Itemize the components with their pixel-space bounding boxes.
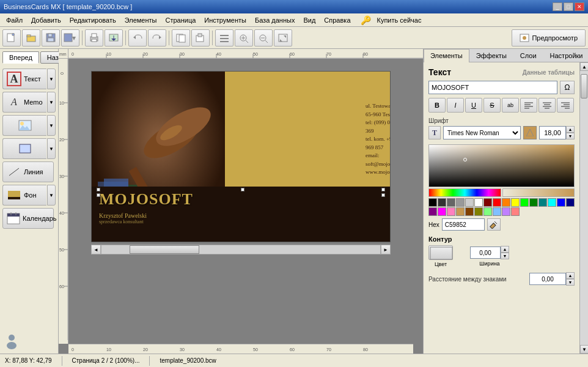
- tb-new[interactable]: [2, 29, 21, 46]
- handle-br[interactable]: [381, 193, 385, 197]
- handle-tl[interactable]: [97, 188, 100, 191]
- swatch-darkgray[interactable]: [438, 198, 446, 207]
- font-select[interactable]: Times New Roman Arial Verdana: [443, 126, 521, 139]
- color-gradient[interactable]: [428, 144, 575, 187]
- hex-input[interactable]: [442, 218, 485, 231]
- tb-save[interactable]: [42, 29, 60, 46]
- alpha-strip[interactable]: [502, 188, 575, 197]
- menu-tools[interactable]: Инструменты: [200, 15, 250, 25]
- strikethrough-button[interactable]: S: [483, 98, 501, 113]
- tab-layers[interactable]: Слои: [513, 49, 543, 62]
- font-size-input[interactable]: [539, 126, 566, 139]
- tab-effects[interactable]: Эффекты: [469, 49, 513, 62]
- swatch-silver[interactable]: [465, 198, 474, 207]
- align-right-button[interactable]: [557, 98, 574, 113]
- hscroll-track[interactable]: [101, 245, 381, 254]
- bold-button[interactable]: B: [428, 98, 446, 113]
- tb-more[interactable]: [61, 29, 79, 46]
- panel-scroll-up[interactable]: ▲: [580, 62, 588, 71]
- font-size-down[interactable]: ▼: [566, 133, 575, 139]
- swatch-lavender[interactable]: [502, 207, 510, 216]
- menu-add[interactable]: Добавить: [28, 15, 65, 25]
- swatch-lime[interactable]: [520, 198, 529, 207]
- swatch-cyan[interactable]: [548, 198, 556, 207]
- align-center-button[interactable]: [538, 98, 556, 113]
- color-picker[interactable]: Hex: [428, 144, 575, 231]
- tb-zoom-out[interactable]: [254, 29, 273, 46]
- font-size-up[interactable]: ▲: [566, 126, 575, 133]
- tb-print[interactable]: [85, 29, 103, 46]
- menu-help[interactable]: Справка: [320, 15, 354, 25]
- panel-scroll-track[interactable]: [580, 71, 588, 345]
- outline-width-input[interactable]: [470, 247, 501, 259]
- preview-button[interactable]: Предпросмотр: [512, 29, 586, 46]
- bg-tool[interactable]: Фон: [2, 185, 46, 206]
- menu-buy[interactable]: Купить сейчас: [373, 15, 425, 25]
- eyedropper-button[interactable]: [487, 218, 501, 231]
- minimize-button[interactable]: _: [553, 2, 562, 11]
- text-tool[interactable]: A Текст: [2, 69, 46, 89]
- menu-edit[interactable]: Редактировать: [66, 15, 120, 25]
- panel-scrollbar[interactable]: ▲ ▼: [579, 62, 588, 354]
- swatch-green[interactable]: [529, 198, 538, 207]
- business-card[interactable]: ul. Testowa 46/2 65-960 Testowo tel: (09…: [91, 71, 391, 242]
- person-tool[interactable]: [2, 332, 21, 352]
- hue-strip[interactable]: [428, 188, 501, 197]
- swatch-magenta[interactable]: [438, 207, 446, 216]
- swatch-mint[interactable]: [483, 207, 492, 216]
- swatch-pink[interactable]: [447, 207, 455, 216]
- data-table-link[interactable]: Данные таблицы: [523, 69, 575, 76]
- swatch-yellow[interactable]: [511, 198, 520, 207]
- panel-scroll-down[interactable]: ▼: [580, 345, 588, 354]
- text-content-input[interactable]: [428, 81, 557, 94]
- hscroll-bar[interactable]: ◄ ►: [91, 245, 391, 254]
- handle-tr[interactable]: [381, 188, 385, 191]
- hscroll-left[interactable]: ◄: [91, 245, 101, 254]
- swatch-teal[interactable]: [538, 198, 547, 207]
- tb-copy-format[interactable]: [172, 29, 190, 46]
- font-color-button[interactable]: [523, 126, 537, 139]
- tb-undo[interactable]: [128, 29, 147, 46]
- nav-forward[interactable]: Вперед: [2, 51, 39, 64]
- menu-page[interactable]: Страница: [161, 15, 199, 25]
- image-tool-arrow[interactable]: ▼: [47, 115, 56, 136]
- swatch-lightgray[interactable]: [456, 198, 465, 207]
- tab-settings[interactable]: Настройки: [543, 49, 588, 62]
- omega-button[interactable]: Ω: [560, 81, 575, 94]
- panel-scroll-thumb[interactable]: [581, 74, 587, 98]
- canvas-content[interactable]: ul. Testowa 46/2 65-960 Testowo tel: (09…: [68, 59, 413, 344]
- swatch-purple[interactable]: [428, 207, 437, 216]
- bg-tool-arrow[interactable]: ▼: [47, 185, 56, 206]
- close-button[interactable]: ✕: [575, 2, 584, 11]
- memo-tool[interactable]: A Memo: [2, 92, 46, 113]
- outline-down[interactable]: ▼: [501, 253, 509, 259]
- italic-button[interactable]: I: [447, 98, 464, 113]
- tb-fit[interactable]: [274, 29, 292, 46]
- tb-open[interactable]: [22, 29, 40, 46]
- shape-tool-arrow[interactable]: ▼: [47, 138, 56, 159]
- underline-button[interactable]: U: [465, 98, 482, 113]
- spacing-down[interactable]: ▼: [566, 279, 575, 286]
- swatch-gold[interactable]: [456, 207, 465, 216]
- shape-tool[interactable]: [2, 138, 46, 159]
- tab-elements[interactable]: Элементы: [424, 49, 469, 62]
- swatch-navy[interactable]: [566, 198, 575, 207]
- handle-tm[interactable]: [241, 188, 244, 191]
- image-tool[interactable]: [2, 115, 46, 136]
- swatch-white[interactable]: [474, 198, 483, 207]
- calendar-tool[interactable]: Календарь: [2, 208, 54, 229]
- outline-up[interactable]: ▲: [501, 246, 509, 253]
- swatch-sky[interactable]: [493, 207, 501, 216]
- swatch-gray[interactable]: [447, 198, 455, 207]
- tb-export[interactable]: [105, 29, 123, 46]
- lowercase-button[interactable]: ab: [502, 98, 519, 113]
- menu-database[interactable]: База данных: [251, 15, 299, 25]
- swatch-black[interactable]: [428, 198, 437, 207]
- hscroll-right[interactable]: ►: [381, 245, 391, 254]
- swatch-salmon[interactable]: [511, 207, 520, 216]
- canvas-area[interactable]: mm 0 10 20 30 40 50 60 70 80: [59, 49, 423, 354]
- align-left-button[interactable]: [520, 98, 537, 113]
- mojosoft-selection[interactable]: MOJOSOFT: [92, 187, 390, 212]
- swatch-orange[interactable]: [502, 198, 510, 207]
- outline-color-preview[interactable]: [428, 245, 453, 260]
